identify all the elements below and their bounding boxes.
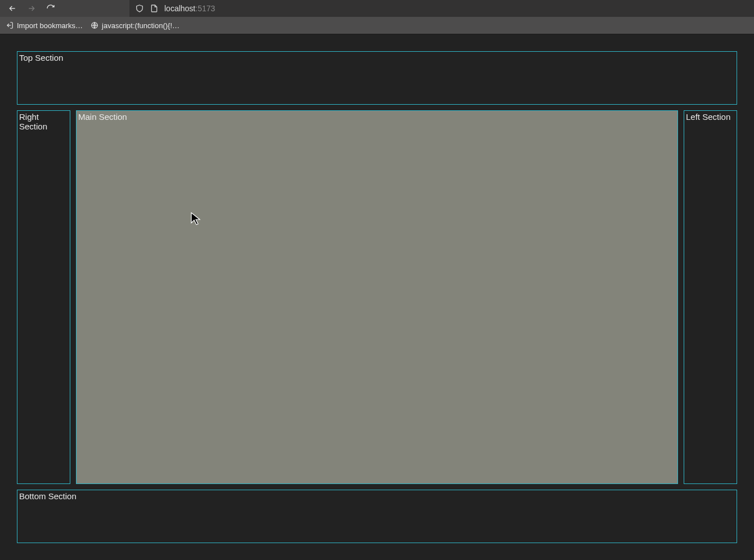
left-section-label: Left Section <box>686 112 730 122</box>
bottom-section-label: Bottom Section <box>19 491 77 501</box>
address-bar[interactable]: localhost:5173 <box>129 0 754 17</box>
middle-row: Right Section Main Section Left Section <box>17 110 737 484</box>
left-section: Left Section <box>684 110 737 484</box>
bookmarks-bar: Import bookmarks… javascript:(function()… <box>0 17 754 34</box>
bookmark-import[interactable]: Import bookmarks… <box>6 21 83 30</box>
bottom-section: Bottom Section <box>17 490 737 543</box>
url-host: localhost <box>164 4 195 13</box>
url-text: localhost:5173 <box>164 4 215 13</box>
bookmark-js-label: javascript:(function(){!… <box>102 21 179 30</box>
forward-button[interactable] <box>24 1 39 16</box>
globe-icon <box>91 21 98 29</box>
arrow-left-icon <box>8 4 17 13</box>
bookmark-import-label: Import bookmarks… <box>17 21 83 30</box>
page-icon <box>150 4 159 13</box>
page-content: Top Section Right Section Main Section L… <box>0 34 754 560</box>
right-section-label: Right Section <box>19 112 47 131</box>
reload-button[interactable] <box>43 1 59 16</box>
shield-icon <box>135 4 144 13</box>
arrow-right-icon <box>27 4 36 13</box>
main-section-label: Main Section <box>78 112 127 122</box>
reload-icon <box>46 4 55 13</box>
url-port: :5173 <box>195 4 215 13</box>
browser-nav-row: localhost:5173 <box>0 0 754 17</box>
main-section: Main Section <box>76 110 678 484</box>
import-icon <box>6 21 14 29</box>
back-button[interactable] <box>5 1 20 16</box>
cursor-icon <box>191 212 201 226</box>
right-section: Right Section <box>17 110 70 484</box>
bookmark-js[interactable]: javascript:(function(){!… <box>91 21 179 30</box>
top-section-label: Top Section <box>19 53 63 62</box>
browser-chrome: localhost:5173 Import bookmarks… javascr… <box>0 0 754 34</box>
top-section: Top Section <box>17 51 737 105</box>
